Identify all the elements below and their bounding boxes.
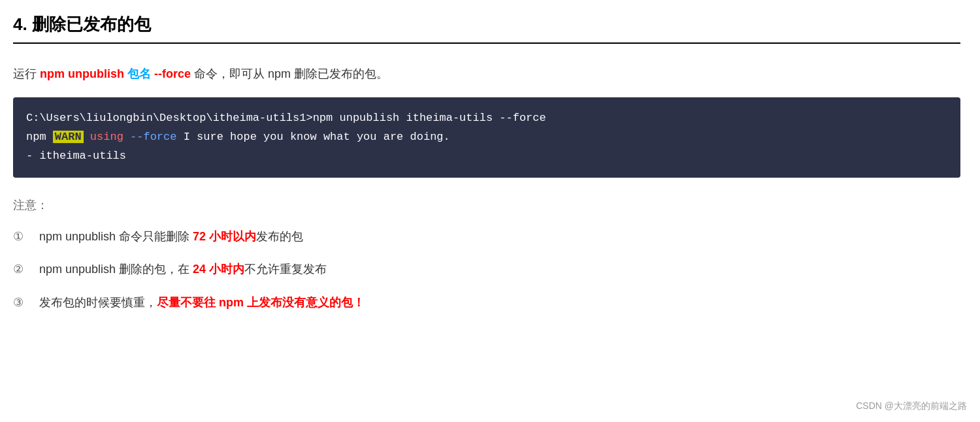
terminal-block: C:\Users\liulongbin\Desktop\itheima-util… xyxy=(13,97,960,178)
terminal-using: using xyxy=(84,131,130,143)
notice-item-1-text: npm unpublish 命令只能删除 72 小时以内发布的包 xyxy=(39,226,303,247)
notice-item-3-num: ③ xyxy=(13,292,33,313)
notice-item-3-prefix: 发布包的时候要慎重， xyxy=(39,296,157,309)
notice-item-3-highlight: 尽量不要往 npm 上发布没有意义的包！ xyxy=(157,296,365,309)
description-prefix: 运行 xyxy=(13,67,40,80)
notice-item-2: ② npm unpublish 删除的包，在 24 小时内不允许重复发布 xyxy=(13,259,960,280)
description: 运行 npm unpublish 包名 --force 命令，即可从 npm 删… xyxy=(13,63,960,84)
notice-item-1-prefix: npm unpublish 命令只能删除 xyxy=(39,230,193,243)
notice-item-1-num: ① xyxy=(13,226,33,247)
description-suffix: 命令，即可从 npm 删除已发布的包。 xyxy=(194,67,388,80)
notice-item-1-suffix: 发布的包 xyxy=(256,230,303,243)
description-command-npm-unpublish: npm unpublish xyxy=(40,67,124,80)
terminal-force: --force xyxy=(130,131,176,143)
notice-item-3-text: 发布包的时候要慎重，尽量不要往 npm 上发布没有意义的包！ xyxy=(39,292,365,313)
terminal-line1: C:\Users\liulongbin\Desktop\itheima-util… xyxy=(26,109,947,128)
notice-list: ① npm unpublish 命令只能删除 72 小时以内发布的包 ② npm… xyxy=(13,226,960,313)
notice-item-1-highlight: 72 小时以内 xyxy=(193,230,256,243)
description-command-force: --force xyxy=(154,67,191,80)
notice-title: 注意： xyxy=(13,197,960,213)
footer: CSDN @大漂亮的前端之路 xyxy=(856,400,967,412)
terminal-line3: - itheima-utils xyxy=(26,147,947,166)
notice-item-2-num: ② xyxy=(13,259,33,280)
terminal-line2-suffix: I sure hope you know what you are doing. xyxy=(176,131,449,143)
notice-item-2-prefix: npm unpublish 删除的包，在 xyxy=(39,263,193,276)
section-title: 4. 删除已发布的包 xyxy=(13,13,960,44)
notice-item-3: ③ 发布包的时候要慎重，尽量不要往 npm 上发布没有意义的包！ xyxy=(13,292,960,313)
terminal-line2: npm WARN using --force I sure hope you k… xyxy=(26,128,947,147)
notice-item-2-text: npm unpublish 删除的包，在 24 小时内不允许重复发布 xyxy=(39,259,327,280)
description-command-package: 包名 xyxy=(127,67,151,80)
notice-item-1: ① npm unpublish 命令只能删除 72 小时以内发布的包 xyxy=(13,226,960,247)
terminal-warn-badge: WARN xyxy=(53,131,84,143)
terminal-npm-prefix: npm xyxy=(26,131,53,143)
notice-item-2-highlight: 24 小时内 xyxy=(193,263,244,276)
notice-item-2-suffix: 不允许重复发布 xyxy=(244,263,327,276)
